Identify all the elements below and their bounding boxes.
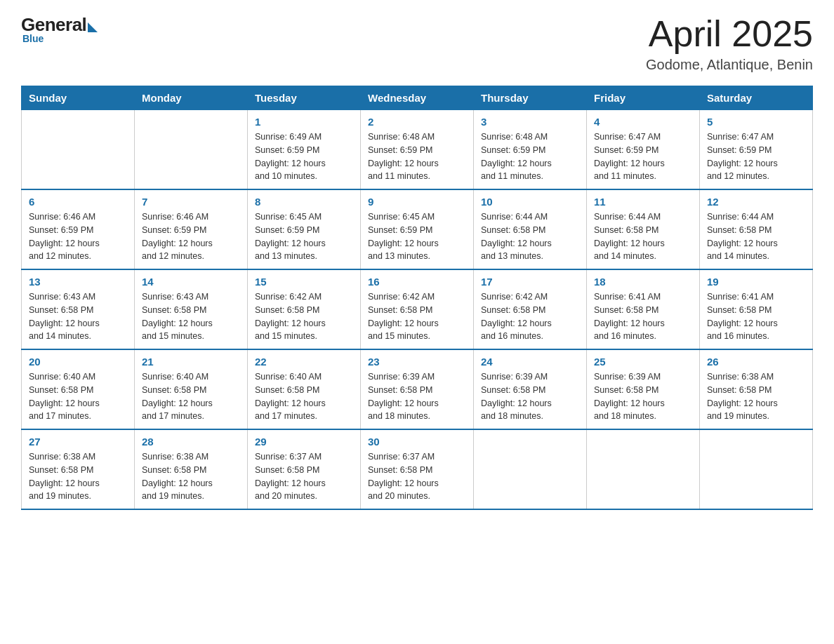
day-cell: 15Sunrise: 6:42 AMSunset: 6:58 PMDayligh…	[248, 269, 361, 349]
day-cell: 30Sunrise: 6:37 AMSunset: 6:58 PMDayligh…	[361, 429, 474, 509]
day-cell	[700, 429, 813, 509]
day-info: Sunrise: 6:44 AMSunset: 6:58 PMDaylight:…	[707, 210, 805, 263]
day-info: Sunrise: 6:37 AMSunset: 6:58 PMDaylight:…	[255, 450, 353, 503]
week-row-5: 27Sunrise: 6:38 AMSunset: 6:58 PMDayligh…	[22, 429, 813, 509]
day-info: Sunrise: 6:39 AMSunset: 6:58 PMDaylight:…	[368, 370, 466, 423]
logo-arrow-icon	[88, 22, 98, 32]
day-number: 30	[368, 436, 466, 448]
day-cell: 11Sunrise: 6:44 AMSunset: 6:58 PMDayligh…	[587, 189, 700, 269]
day-cell	[135, 110, 248, 190]
day-cell: 10Sunrise: 6:44 AMSunset: 6:58 PMDayligh…	[474, 189, 587, 269]
week-row-4: 20Sunrise: 6:40 AMSunset: 6:58 PMDayligh…	[22, 349, 813, 429]
week-row-1: 1Sunrise: 6:49 AMSunset: 6:59 PMDaylight…	[22, 110, 813, 190]
day-number: 29	[255, 436, 353, 448]
day-cell: 28Sunrise: 6:38 AMSunset: 6:58 PMDayligh…	[135, 429, 248, 509]
day-cell: 20Sunrise: 6:40 AMSunset: 6:58 PMDayligh…	[22, 349, 135, 429]
day-cell: 1Sunrise: 6:49 AMSunset: 6:59 PMDaylight…	[248, 110, 361, 190]
day-number: 26	[707, 356, 805, 368]
day-cell: 19Sunrise: 6:41 AMSunset: 6:58 PMDayligh…	[700, 269, 813, 349]
month-title: April 2025	[646, 14, 813, 54]
day-info: Sunrise: 6:42 AMSunset: 6:58 PMDaylight:…	[481, 290, 579, 343]
day-info: Sunrise: 6:37 AMSunset: 6:58 PMDaylight:…	[368, 450, 466, 503]
day-cell: 21Sunrise: 6:40 AMSunset: 6:58 PMDayligh…	[135, 349, 248, 429]
day-number: 11	[594, 196, 692, 208]
title-area: April 2025 Godome, Atlantique, Benin	[646, 14, 813, 73]
day-cell: 7Sunrise: 6:46 AMSunset: 6:59 PMDaylight…	[135, 189, 248, 269]
day-number: 22	[255, 356, 353, 368]
day-info: Sunrise: 6:38 AMSunset: 6:58 PMDaylight:…	[707, 370, 805, 423]
day-number: 3	[481, 116, 579, 128]
day-number: 28	[142, 436, 240, 448]
day-number: 17	[481, 276, 579, 288]
day-cell: 18Sunrise: 6:41 AMSunset: 6:58 PMDayligh…	[587, 269, 700, 349]
day-cell: 25Sunrise: 6:39 AMSunset: 6:58 PMDayligh…	[587, 349, 700, 429]
day-number: 20	[29, 356, 127, 368]
col-header-monday: Monday	[135, 86, 248, 110]
col-header-thursday: Thursday	[474, 86, 587, 110]
day-number: 1	[255, 116, 353, 128]
day-cell	[474, 429, 587, 509]
day-number: 27	[29, 436, 127, 448]
day-info: Sunrise: 6:44 AMSunset: 6:58 PMDaylight:…	[481, 210, 579, 263]
day-info: Sunrise: 6:38 AMSunset: 6:58 PMDaylight:…	[29, 450, 127, 503]
day-cell	[587, 429, 700, 509]
logo-blue-text: Blue	[22, 33, 44, 44]
day-info: Sunrise: 6:46 AMSunset: 6:59 PMDaylight:…	[29, 210, 127, 263]
day-info: Sunrise: 6:41 AMSunset: 6:58 PMDaylight:…	[594, 290, 692, 343]
day-info: Sunrise: 6:40 AMSunset: 6:58 PMDaylight:…	[142, 370, 240, 423]
col-header-tuesday: Tuesday	[248, 86, 361, 110]
day-cell: 12Sunrise: 6:44 AMSunset: 6:58 PMDayligh…	[700, 189, 813, 269]
col-header-sunday: Sunday	[22, 86, 135, 110]
day-number: 14	[142, 276, 240, 288]
location-title: Godome, Atlantique, Benin	[646, 57, 813, 73]
day-number: 23	[368, 356, 466, 368]
day-info: Sunrise: 6:47 AMSunset: 6:59 PMDaylight:…	[707, 130, 805, 183]
day-info: Sunrise: 6:39 AMSunset: 6:58 PMDaylight:…	[594, 370, 692, 423]
day-number: 8	[255, 196, 353, 208]
day-info: Sunrise: 6:40 AMSunset: 6:58 PMDaylight:…	[255, 370, 353, 423]
day-cell: 14Sunrise: 6:43 AMSunset: 6:58 PMDayligh…	[135, 269, 248, 349]
day-number: 4	[594, 116, 692, 128]
day-info: Sunrise: 6:48 AMSunset: 6:59 PMDaylight:…	[368, 130, 466, 183]
day-cell	[22, 110, 135, 190]
calendar-header-row: SundayMondayTuesdayWednesdayThursdayFrid…	[22, 86, 813, 110]
day-info: Sunrise: 6:40 AMSunset: 6:58 PMDaylight:…	[29, 370, 127, 423]
day-number: 21	[142, 356, 240, 368]
day-cell: 3Sunrise: 6:48 AMSunset: 6:59 PMDaylight…	[474, 110, 587, 190]
day-number: 9	[368, 196, 466, 208]
day-number: 10	[481, 196, 579, 208]
day-cell: 26Sunrise: 6:38 AMSunset: 6:58 PMDayligh…	[700, 349, 813, 429]
day-number: 2	[368, 116, 466, 128]
col-header-friday: Friday	[587, 86, 700, 110]
day-info: Sunrise: 6:43 AMSunset: 6:58 PMDaylight:…	[29, 290, 127, 343]
logo: General Blue	[21, 14, 98, 44]
day-cell: 5Sunrise: 6:47 AMSunset: 6:59 PMDaylight…	[700, 110, 813, 190]
day-cell: 29Sunrise: 6:37 AMSunset: 6:58 PMDayligh…	[248, 429, 361, 509]
day-info: Sunrise: 6:39 AMSunset: 6:58 PMDaylight:…	[481, 370, 579, 423]
day-cell: 23Sunrise: 6:39 AMSunset: 6:58 PMDayligh…	[361, 349, 474, 429]
day-info: Sunrise: 6:41 AMSunset: 6:58 PMDaylight:…	[707, 290, 805, 343]
day-info: Sunrise: 6:38 AMSunset: 6:58 PMDaylight:…	[142, 450, 240, 503]
day-cell: 4Sunrise: 6:47 AMSunset: 6:59 PMDaylight…	[587, 110, 700, 190]
day-number: 15	[255, 276, 353, 288]
col-header-wednesday: Wednesday	[361, 86, 474, 110]
day-number: 13	[29, 276, 127, 288]
day-number: 6	[29, 196, 127, 208]
day-info: Sunrise: 6:45 AMSunset: 6:59 PMDaylight:…	[255, 210, 353, 263]
day-number: 19	[707, 276, 805, 288]
day-cell: 6Sunrise: 6:46 AMSunset: 6:59 PMDaylight…	[22, 189, 135, 269]
day-info: Sunrise: 6:48 AMSunset: 6:59 PMDaylight:…	[481, 130, 579, 183]
day-cell: 9Sunrise: 6:45 AMSunset: 6:59 PMDaylight…	[361, 189, 474, 269]
day-cell: 17Sunrise: 6:42 AMSunset: 6:58 PMDayligh…	[474, 269, 587, 349]
day-info: Sunrise: 6:42 AMSunset: 6:58 PMDaylight:…	[368, 290, 466, 343]
calendar-table: SundayMondayTuesdayWednesdayThursdayFrid…	[21, 86, 813, 510]
day-cell: 24Sunrise: 6:39 AMSunset: 6:58 PMDayligh…	[474, 349, 587, 429]
day-number: 25	[594, 356, 692, 368]
page-header: General Blue April 2025 Godome, Atlantiq…	[21, 14, 813, 73]
day-cell: 13Sunrise: 6:43 AMSunset: 6:58 PMDayligh…	[22, 269, 135, 349]
day-info: Sunrise: 6:44 AMSunset: 6:58 PMDaylight:…	[594, 210, 692, 263]
day-cell: 27Sunrise: 6:38 AMSunset: 6:58 PMDayligh…	[22, 429, 135, 509]
day-cell: 8Sunrise: 6:45 AMSunset: 6:59 PMDaylight…	[248, 189, 361, 269]
day-cell: 2Sunrise: 6:48 AMSunset: 6:59 PMDaylight…	[361, 110, 474, 190]
day-cell: 16Sunrise: 6:42 AMSunset: 6:58 PMDayligh…	[361, 269, 474, 349]
